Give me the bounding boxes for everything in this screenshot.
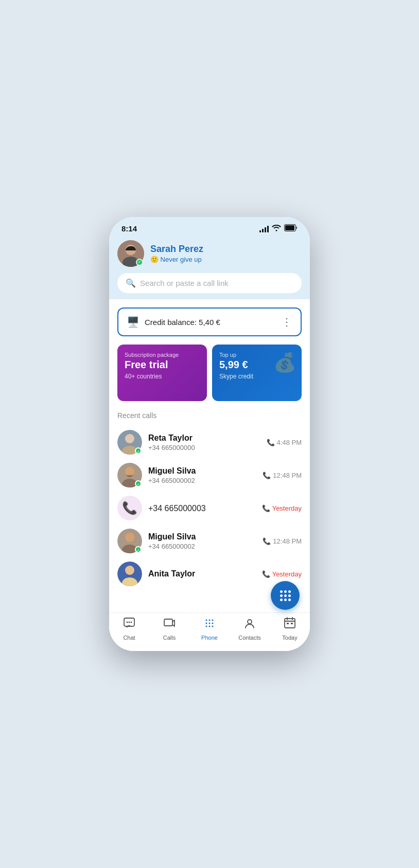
svg-rect-33: [285, 619, 295, 628]
call-avatar-anita: [117, 562, 142, 586]
call-avatar-miguel1: [117, 463, 142, 487]
profile-row: Sarah Perez 🙂 Never give up: [117, 240, 302, 267]
call-timestamp: Yesterday: [272, 570, 302, 578]
phone-icon: [203, 617, 216, 632]
call-timestamp: 12:48 PM: [273, 472, 302, 479]
nav-label-contacts: Contacts: [238, 635, 260, 641]
topup-desc: Skype credit: [219, 373, 294, 380]
svg-point-21: [131, 622, 132, 623]
credit-balance-card[interactable]: 🖥️ Credit balance: 5,40 € ⋮: [117, 308, 302, 336]
wifi-icon: [272, 224, 281, 233]
profile-name: Sarah Perez: [150, 244, 302, 255]
phone-shell: 8:14: [109, 217, 310, 651]
online-dot: [135, 480, 142, 487]
call-info: Reta Taylor +34 665000000: [148, 433, 260, 451]
header: Sarah Perez 🙂 Never give up 🔍 Search or …: [109, 236, 310, 299]
call-avatar-unknown: 📞: [117, 496, 142, 520]
svg-point-28: [212, 623, 214, 624]
call-item[interactable]: Miguel Silva +34 665000002 📞 12:48 PM: [117, 459, 302, 492]
credit-left: 🖥️ Credit balance: 5,40 €: [127, 316, 220, 328]
call-info: Miguel Silva +34 665000002: [148, 532, 256, 550]
call-time-text: 📞 Yesterday: [262, 504, 302, 512]
chat-icon: [123, 617, 135, 632]
svg-point-29: [206, 626, 207, 627]
nav-item-phone[interactable]: Phone: [194, 617, 225, 641]
screen: 8:14: [109, 217, 310, 651]
main-content: 🖥️ Credit balance: 5,40 € ⋮ Subscription…: [109, 299, 310, 612]
signal-icon: [259, 225, 269, 232]
topup-icon: 💰: [273, 352, 296, 373]
profile-info: Sarah Perez 🙂 Never give up: [150, 244, 302, 263]
caller-number: +34 665000003: [148, 504, 256, 513]
call-item[interactable]: Reta Taylor +34 665000000 📞 4:48 PM: [117, 426, 302, 459]
promo-title: Free trial: [125, 359, 200, 371]
svg-point-25: [212, 620, 214, 621]
missed-call-icon: 📞: [262, 570, 270, 578]
online-indicator: [136, 259, 143, 266]
status-icons: [259, 224, 298, 233]
nav-item-today[interactable]: Today: [274, 617, 305, 641]
profile-status: 🙂 Never give up: [150, 256, 302, 263]
search-bar[interactable]: 🔍 Search or paste a call link: [117, 273, 302, 293]
call-avatar-miguel2: [117, 529, 142, 553]
call-time-text: 📞 12:48 PM: [263, 472, 302, 479]
status-time: 8:14: [121, 224, 137, 233]
promo-card-subscription[interactable]: Subscription package Free trial 40+ coun…: [117, 345, 207, 401]
dialpad-fab[interactable]: [271, 581, 300, 610]
credit-text: Credit balance: 5,40 €: [145, 318, 220, 327]
online-dot: [135, 447, 142, 454]
svg-point-19: [127, 622, 128, 623]
calls-icon: [163, 617, 176, 632]
missed-call-icon: 📞: [262, 504, 270, 512]
search-icon: 🔍: [126, 278, 136, 288]
call-info: +34 665000003: [148, 503, 256, 513]
caller-number: +34 665000002: [148, 542, 256, 550]
caller-name: Reta Taylor: [148, 433, 260, 443]
call-info: Miguel Silva +34 665000002: [148, 466, 256, 484]
caller-name: Anita Taylor: [148, 569, 256, 578]
svg-point-7: [125, 434, 134, 443]
call-item[interactable]: 📞 +34 665000003 📞 Yesterday: [117, 492, 302, 525]
phone-avatar-icon: 📞: [117, 496, 142, 520]
avatar[interactable]: [117, 240, 144, 267]
svg-point-13: [125, 533, 134, 542]
call-time-info: 📞 12:48 PM: [263, 537, 302, 545]
call-direction-icon: 📞: [263, 537, 271, 545]
call-time-info: 📞 Yesterday: [262, 570, 302, 578]
svg-rect-22: [164, 619, 172, 626]
svg-point-23: [206, 620, 207, 621]
call-timestamp: 12:48 PM: [273, 537, 302, 545]
more-options-button[interactable]: ⋮: [282, 316, 292, 328]
promo-sub-label: Subscription package: [125, 352, 200, 358]
nav-item-contacts[interactable]: Contacts: [234, 617, 265, 641]
promo-card-topup[interactable]: Top up 5,99 € Skype credit 💰: [212, 345, 302, 401]
battery-icon: [284, 224, 298, 233]
nav-label-phone: Phone: [201, 635, 218, 641]
svg-point-10: [125, 467, 134, 476]
call-time-text: 📞 Yesterday: [262, 570, 302, 578]
svg-point-20: [129, 622, 130, 623]
svg-point-32: [248, 620, 252, 624]
call-item[interactable]: Miguel Silva +34 665000002 📞 12:48 PM: [117, 525, 302, 557]
caller-number: +34 665000000: [148, 444, 260, 451]
svg-point-31: [212, 626, 214, 627]
call-time-info: 📞 Yesterday: [262, 504, 302, 512]
call-info: Anita Taylor: [148, 569, 256, 578]
nav-item-chat[interactable]: Chat: [114, 617, 145, 641]
nav-item-calls[interactable]: Calls: [154, 617, 185, 641]
promo-row: Subscription package Free trial 40+ coun…: [117, 345, 302, 401]
credit-icon: 🖥️: [127, 316, 139, 328]
recent-calls-title: Recent calls: [117, 411, 302, 420]
call-direction-icon: 📞: [267, 439, 275, 446]
svg-point-27: [209, 623, 211, 624]
svg-rect-37: [287, 623, 289, 624]
caller-name: Miguel Silva: [148, 532, 256, 541]
call-time-text: 📞 12:48 PM: [263, 537, 302, 545]
nav-label-calls: Calls: [163, 635, 176, 641]
caller-name: Miguel Silva: [148, 466, 256, 476]
dialpad-icon: [279, 589, 292, 602]
search-placeholder: Search or paste a call link: [140, 279, 229, 287]
promo-desc: 40+ countries: [125, 373, 200, 380]
call-direction-icon: 📞: [263, 472, 271, 479]
call-timestamp: Yesterday: [272, 504, 302, 512]
